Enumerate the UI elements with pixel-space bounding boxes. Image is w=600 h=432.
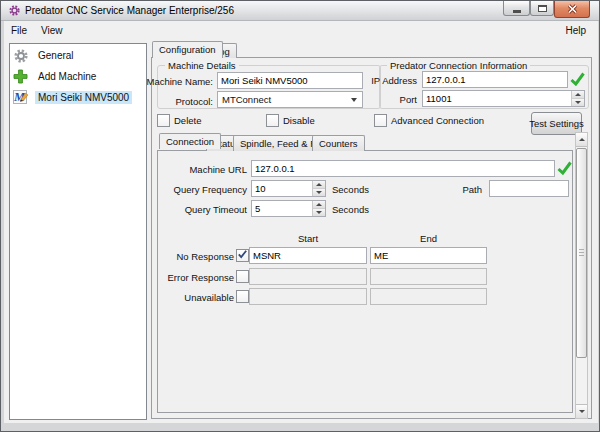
- machine-name-label: Machine Name:: [127, 76, 213, 87]
- list-item-label: Mori Seiki NMV5000: [35, 91, 132, 104]
- no-response-start-input[interactable]: [249, 247, 367, 264]
- error-response-start-input[interactable]: [249, 268, 367, 285]
- no-response-checkbox[interactable]: [236, 249, 249, 262]
- menu-help[interactable]: Help: [565, 25, 586, 36]
- port-stepper: [422, 90, 585, 107]
- ip-address-label: IP Address: [331, 75, 417, 86]
- spinner-up-icon[interactable]: [572, 91, 584, 99]
- disable-label: Disable: [283, 115, 315, 126]
- app-icon: [8, 4, 21, 17]
- maximize-button[interactable]: [530, 1, 554, 16]
- spinner-down-icon[interactable]: [313, 189, 325, 196]
- unavailable-checkbox[interactable]: [236, 290, 249, 303]
- disable-checkbox[interactable]: [266, 114, 279, 127]
- protocol-label: Protocol:: [127, 96, 213, 107]
- menu-view[interactable]: View: [41, 25, 63, 36]
- machine-url-input[interactable]: [251, 160, 555, 177]
- predator-connection-title: Predator Connection Information: [387, 60, 530, 71]
- error-response-label: Error Response: [139, 272, 234, 283]
- query-timeout-spinner-buttons[interactable]: [312, 201, 325, 216]
- vertical-scrollbar[interactable]: [575, 132, 588, 419]
- delete-checkbox[interactable]: [157, 114, 170, 127]
- menu-file[interactable]: File: [11, 25, 27, 36]
- close-icon: [567, 4, 578, 14]
- query-frequency-label: Query Frequency: [151, 184, 247, 195]
- delete-label: Delete: [174, 115, 201, 126]
- tab-counters[interactable]: Counters: [312, 135, 365, 151]
- ip-address-input[interactable]: [422, 71, 568, 88]
- machine-m-pencil-icon: M: [13, 90, 31, 106]
- seconds-label: Seconds: [332, 204, 369, 215]
- tab-connection[interactable]: Connection: [159, 133, 221, 149]
- minimize-button[interactable]: [503, 1, 530, 16]
- query-timeout-stepper: [251, 200, 326, 217]
- start-header: Start: [249, 233, 367, 244]
- list-item-general[interactable]: General: [12, 46, 144, 65]
- query-timeout-label: Query Timeout: [151, 204, 247, 215]
- protocol-value: MTConnect: [222, 94, 271, 105]
- unavailable-end-input[interactable]: [370, 288, 487, 305]
- spinner-down-icon[interactable]: [313, 209, 325, 216]
- arrow-down-icon: [579, 410, 585, 413]
- port-label: Port: [331, 94, 417, 105]
- advanced-connection-checkbox[interactable]: [374, 114, 387, 127]
- list-item-label: General: [35, 49, 77, 62]
- url-valid-check-icon: [557, 161, 572, 177]
- tab-configuration[interactable]: Configuration: [152, 41, 223, 58]
- spinner-up-icon[interactable]: [313, 201, 325, 209]
- maximize-icon: [538, 5, 547, 12]
- scroll-up-button[interactable]: [576, 133, 587, 147]
- thumb-grip-icon: [579, 249, 584, 257]
- port-spinner-buttons[interactable]: [571, 91, 584, 106]
- minimize-icon: [513, 10, 521, 13]
- list-item-add-machine[interactable]: Add Machine: [12, 67, 144, 86]
- port-input[interactable]: [423, 91, 584, 106]
- path-label: Path: [442, 184, 482, 195]
- green-plus-icon: [13, 69, 31, 85]
- unavailable-start-input[interactable]: [249, 288, 367, 305]
- list-item-label: Add Machine: [35, 70, 99, 83]
- seconds-label: Seconds: [332, 184, 369, 195]
- spinner-down-icon[interactable]: [572, 99, 584, 106]
- machine-url-label: Machine URL: [161, 164, 247, 175]
- error-response-end-input[interactable]: [370, 268, 487, 285]
- no-response-label: No Response: [139, 251, 234, 262]
- advanced-connection-label: Advanced Connection: [391, 115, 484, 126]
- gear-icon: [13, 48, 31, 64]
- arrow-up-icon: [579, 138, 585, 141]
- window: Predator CNC Service Manager Enterprise/…: [0, 0, 600, 432]
- window-title: Predator CNC Service Manager Enterprise/…: [25, 5, 234, 16]
- close-button[interactable]: [554, 1, 590, 18]
- spinner-up-icon[interactable]: [313, 181, 325, 189]
- scroll-thumb[interactable]: [576, 148, 587, 358]
- no-response-end-input[interactable]: [370, 247, 487, 264]
- machine-details-title: Machine Details: [165, 60, 239, 71]
- list-item-mori-seiki[interactable]: M Mori Seiki NMV5000: [12, 88, 144, 107]
- ip-valid-check-icon: [570, 72, 585, 88]
- path-input[interactable]: [489, 180, 569, 197]
- error-response-checkbox[interactable]: [236, 270, 249, 283]
- query-frequency-stepper: [251, 180, 326, 197]
- end-header: End: [370, 233, 487, 244]
- unavailable-label: Unavailable: [139, 292, 234, 303]
- query-frequency-spinner-buttons[interactable]: [312, 181, 325, 196]
- scroll-down-button[interactable]: [576, 404, 587, 418]
